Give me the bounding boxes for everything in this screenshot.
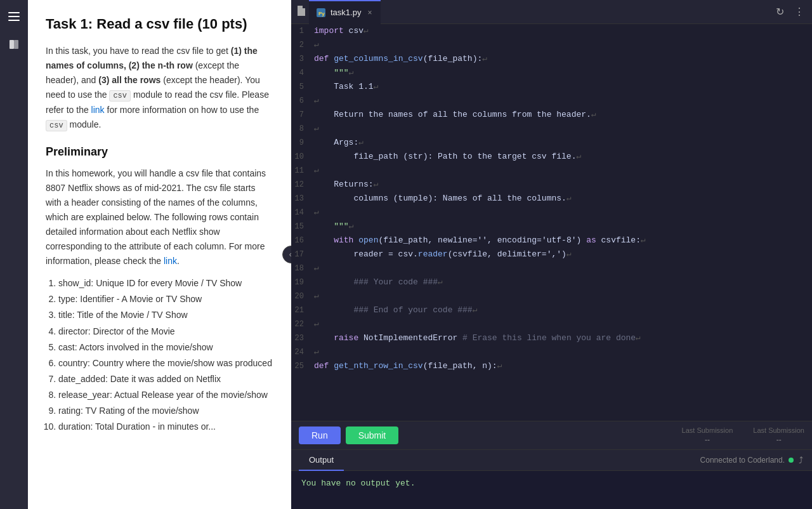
list-item: release_year: Actual Release year of the… bbox=[58, 388, 273, 402]
svg-text:Py: Py bbox=[318, 11, 325, 17]
svg-rect-1 bbox=[8, 16, 20, 17]
code-line-24: 24 ↵ bbox=[291, 345, 812, 359]
code-editor[interactable]: 1 import csv↵ 2 ↵ 3 def get_columns_in_c… bbox=[291, 24, 812, 421]
code-line-23: 23 raise NotImplementedError # Erase thi… bbox=[291, 331, 812, 345]
list-item: country: Country where the movie/show wa… bbox=[58, 356, 273, 371]
code-line-22: 22 ↵ bbox=[291, 317, 812, 331]
code-line-6: 6 ↵ bbox=[291, 94, 812, 108]
more-options-icon[interactable]: ⋮ bbox=[792, 3, 807, 20]
toolbar: Run Submit Last Submission -- Last Submi… bbox=[291, 421, 812, 449]
status-dot bbox=[789, 458, 794, 463]
code-line-16: 16 with open(file_path, newline='', enco… bbox=[291, 234, 812, 248]
intro-text: In this task, you have to read the csv f… bbox=[46, 46, 231, 56]
preliminary-heading: Preliminary bbox=[46, 145, 273, 159]
code-line-15: 15 """↵ bbox=[291, 220, 812, 234]
tab-close-button[interactable]: × bbox=[366, 7, 373, 18]
output-content: You have no output yet. bbox=[291, 471, 812, 509]
output-panel: Output Connected to Coderland. ⤴ You hav… bbox=[291, 449, 812, 509]
prelim-end: . bbox=[177, 256, 180, 266]
submission-info: Last Submission -- Last Submission -- bbox=[682, 426, 804, 444]
code-line-25: 25 def get_nth_row_in_csv(file_path, n):… bbox=[291, 359, 812, 373]
bold-2: (3) all the rows bbox=[98, 75, 160, 85]
task-panel: Task 1: Read a csv file (10 pts) In this… bbox=[28, 0, 291, 509]
output-tabs: Output Connected to Coderland. ⤴ bbox=[291, 450, 812, 471]
svg-rect-3 bbox=[10, 40, 14, 49]
column-list: show_id: Unique ID for every Movie / TV … bbox=[58, 276, 273, 434]
csv-code-2: csv bbox=[46, 120, 67, 131]
external-link-icon[interactable]: ⤴ bbox=[797, 454, 804, 466]
svg-rect-0 bbox=[8, 12, 20, 13]
code-line-20: 20 ↵ bbox=[291, 289, 812, 303]
code-line-19: 19 ### Your code ###↵ bbox=[291, 275, 812, 289]
run-button[interactable]: Run bbox=[299, 426, 341, 444]
code-line-14: 14 ↵ bbox=[291, 206, 812, 220]
tab-filename: task1.py bbox=[331, 8, 361, 17]
code-line-8: 8 ↵ bbox=[291, 122, 812, 136]
list-item: date_added: Date it was added on Netflix bbox=[58, 372, 273, 387]
sidebar-book-icon[interactable] bbox=[5, 36, 23, 53]
list-item: rating: TV Rating of the movie/show bbox=[58, 404, 273, 418]
last-submission-2: Last Submission -- bbox=[753, 426, 804, 444]
task-intro-paragraph: In this task, you have to read the csv f… bbox=[46, 44, 273, 133]
python-icon: Py bbox=[317, 8, 325, 17]
tab-task1[interactable]: Py task1.py × bbox=[309, 0, 381, 24]
code-line-17: 17 reader = csv.reader(csvfile, delimite… bbox=[291, 248, 812, 261]
tab-bar: Py task1.py × ↻ ⋮ bbox=[291, 0, 812, 24]
code-line-5: 5 Task 1.1↵ bbox=[291, 80, 812, 94]
file-icon bbox=[296, 6, 305, 18]
collapse-panel-button[interactable]: « bbox=[282, 246, 291, 263]
code-line-3: 3 def get_columns_in_csv(file_path):↵ bbox=[291, 52, 812, 66]
connected-text: Connected to Coderland. bbox=[700, 456, 785, 465]
code-line-1: 1 import csv↵ bbox=[291, 24, 812, 38]
svg-rect-2 bbox=[8, 20, 20, 21]
list-item: show_id: Unique ID for every Movie / TV … bbox=[58, 276, 273, 291]
sidebar bbox=[0, 0, 28, 509]
output-status: Connected to Coderland. ⤴ bbox=[700, 454, 804, 466]
code-line-11: 11 ↵ bbox=[291, 164, 812, 178]
task-link-2[interactable]: link bbox=[164, 256, 177, 266]
link-after: for more information on how to use the bbox=[105, 105, 259, 115]
collapse-icon: « bbox=[289, 250, 291, 259]
svg-rect-4 bbox=[14, 40, 18, 49]
code-line-12: 12 Returns:↵ bbox=[291, 178, 812, 192]
refresh-icon[interactable]: ↻ bbox=[773, 3, 787, 20]
code-line-18: 18 ↵ bbox=[291, 261, 812, 275]
code-line-21: 21 ### End of your code ###↵ bbox=[291, 303, 812, 317]
code-line-13: 13 columns (tumple): Names of all the co… bbox=[291, 192, 812, 206]
module-end: module. bbox=[67, 119, 102, 129]
code-line-7: 7 Return the names of all the columns fr… bbox=[291, 108, 812, 122]
submit-button[interactable]: Submit bbox=[346, 426, 399, 444]
list-item: duration: Total Duration - in minutes or… bbox=[58, 420, 273, 434]
csv-code-1: csv bbox=[109, 90, 131, 102]
last-submission-1: Last Submission -- bbox=[682, 426, 733, 444]
list-item: cast: Actors involved in the movie/show bbox=[58, 340, 273, 355]
code-line-9: 9 Args:↵ bbox=[291, 136, 812, 150]
preliminary-paragraph: In this homework, you will handle a csv … bbox=[46, 166, 273, 269]
no-output-text: You have no output yet. bbox=[301, 479, 415, 488]
code-line-2: 2 ↵ bbox=[291, 38, 812, 52]
code-line-4: 4 """↵ bbox=[291, 66, 812, 80]
task-title: Task 1: Read a csv file (10 pts) bbox=[46, 15, 273, 34]
prelim-text: In this homework, you will handle a csv … bbox=[46, 168, 266, 267]
code-line-10: 10 file_path (str): Path to the target c… bbox=[291, 150, 812, 164]
task-link-1[interactable]: link bbox=[91, 105, 105, 115]
list-item: type: Identifier - A Movie or TV Show bbox=[58, 292, 273, 307]
tab-bar-actions: ↻ ⋮ bbox=[773, 3, 807, 20]
list-item: director: Director of the Movie bbox=[58, 324, 273, 339]
output-tab[interactable]: Output bbox=[299, 450, 344, 471]
editor-panel: Py task1.py × ↻ ⋮ 1 import csv↵ 2 ↵ 3 de… bbox=[291, 0, 812, 509]
sidebar-menu-icon[interactable] bbox=[5, 8, 23, 25]
list-item: title: Title of the Movie / TV Show bbox=[58, 308, 273, 322]
